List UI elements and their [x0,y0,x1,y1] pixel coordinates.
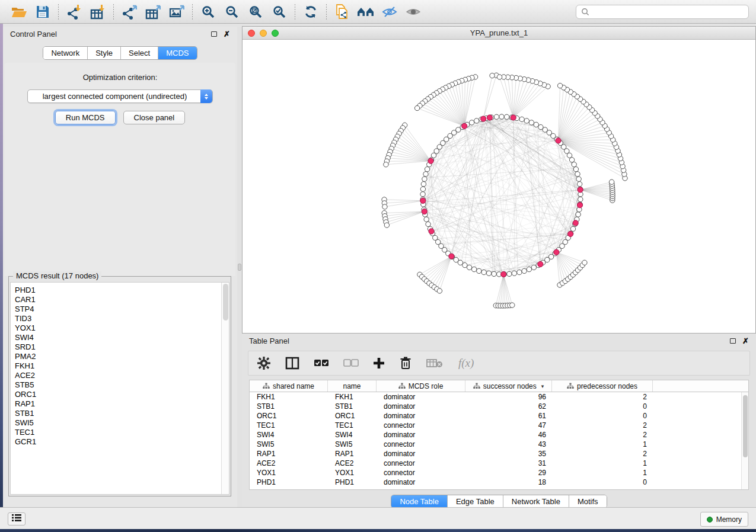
table-row[interactable]: SWI4SWI4dominator462 [250,430,748,440]
tab-style[interactable]: Style [88,47,121,59]
table-cell[interactable]: 35 [465,450,552,458]
tab-motifs[interactable]: Motifs [569,495,607,508]
mcds-result-node[interactable]: GCR1 [11,437,229,447]
table-cell[interactable]: 2 [552,393,653,401]
table-cell[interactable]: connector [377,421,465,430]
column-header-predecessor-nodes[interactable]: predecessor nodes [552,380,653,392]
table-row[interactable]: YOX1YOX1connector291 [250,468,748,477]
export-network-icon[interactable] [117,2,141,21]
table-cell[interactable]: 18 [465,478,552,486]
mcds-list-scrollbar[interactable] [221,283,229,494]
table-cell[interactable]: 96 [465,393,552,401]
memory-button[interactable]: Memory [700,512,748,527]
mcds-result-node[interactable]: STB5 [11,380,229,390]
table-cell[interactable]: 43 [465,440,552,448]
delete-column-icon[interactable] [399,356,412,370]
table-cell[interactable]: 0 [552,412,653,420]
network-canvas[interactable] [243,40,755,333]
table-row[interactable]: RAP1RAP1dominator352 [250,449,748,459]
table-cell[interactable]: TEC1 [328,421,377,430]
tab-node-table[interactable]: Node Table [391,495,448,508]
tab-network[interactable]: Network [43,47,88,59]
tab-edge-table[interactable]: Edge Table [448,495,503,508]
table-cell[interactable]: ACE2 [250,459,328,467]
node-table[interactable]: shared namenameMCDS rolesuccessor nodes▾… [249,380,749,490]
select-all-icon[interactable] [314,359,329,367]
table-cell[interactable]: 31 [465,459,552,467]
network-graph-svg[interactable] [243,40,755,333]
close-panel-button[interactable]: Close panel [123,111,186,124]
zoom-selected-icon[interactable] [267,2,291,21]
table-cell[interactable]: STB1 [250,402,328,411]
table-cell[interactable]: 2 [552,431,653,439]
show-all-icon[interactable] [401,2,425,21]
mcds-result-node[interactable]: SRD1 [11,342,229,352]
table-cell[interactable]: connector [377,440,465,448]
table-cell[interactable]: YOX1 [328,469,377,477]
run-mcds-button[interactable]: Run MCDS [55,111,116,124]
close-panel-icon[interactable]: ✗ [224,30,230,38]
mcds-result-node[interactable]: FKH1 [11,361,229,371]
hide-selected-icon[interactable] [378,2,401,21]
float-panel-icon[interactable] [211,31,217,37]
mcds-result-node[interactable]: SWI5 [11,418,229,428]
mcds-result-node[interactable]: TEC1 [11,428,229,437]
table-cell[interactable]: 29 [465,469,552,477]
table-cell[interactable]: 0 [552,478,653,486]
save-icon[interactable] [31,2,55,21]
table-cell[interactable]: dominator [377,393,465,401]
table-cell[interactable]: 1 [552,469,653,477]
export-table-icon[interactable] [141,2,165,21]
table-row[interactable]: TEC1TEC1connector472 [250,421,748,430]
table-cell[interactable]: PHD1 [328,478,377,486]
table-cell[interactable]: ORC1 [328,412,377,420]
table-cell[interactable]: ACE2 [328,459,377,467]
deselect-all-icon[interactable] [343,359,359,367]
table-cell[interactable]: TEC1 [250,421,328,430]
mcds-scrollbar-thumb[interactable] [223,284,228,321]
column-header-successor-nodes[interactable]: successor nodes▾ [465,380,552,392]
table-mode-icon[interactable] [257,356,271,370]
close-panel-icon[interactable]: ✗ [742,337,749,345]
table-cell[interactable]: dominator [377,402,465,411]
table-cell[interactable]: dominator [377,412,465,420]
table-scrollbar[interactable] [741,392,748,489]
tab-select[interactable]: Select [121,47,158,59]
column-header-shared-name[interactable]: shared name [250,380,328,392]
table-cell[interactable]: SWI5 [328,440,377,448]
open-icon[interactable] [7,2,31,21]
table-row[interactable]: FKH1FKH1dominator962 [250,392,748,402]
table-row[interactable]: SWI5SWI5connector431 [250,440,748,449]
search-box[interactable] [576,5,749,19]
refresh-icon[interactable] [299,2,323,21]
mcds-result-node[interactable]: SWI4 [11,333,229,342]
table-cell[interactable]: 2 [552,421,653,430]
float-panel-icon[interactable] [730,338,736,344]
zoom-in-icon[interactable] [196,2,220,21]
mcds-result-node[interactable]: CAR1 [11,295,229,305]
add-column-icon[interactable] [373,357,385,369]
table-cell[interactable]: 1 [552,459,653,467]
search-input[interactable] [591,8,745,16]
table-row[interactable]: ORC1ORC1dominator610 [250,411,748,421]
table-cell[interactable]: 62 [465,402,552,411]
network-window-titlebar[interactable]: YPA_prune.txt_1 [243,27,755,40]
tab-mcds[interactable]: MCDS [158,47,196,59]
table-cell[interactable]: connector [377,459,465,467]
table-cell[interactable]: ORC1 [250,412,328,420]
mcds-result-node[interactable]: TID3 [11,314,229,323]
show-columns-icon[interactable] [285,357,299,370]
table-cell[interactable]: 46 [465,431,552,439]
mcds-result-node[interactable]: STP4 [11,305,229,314]
mcds-result-node[interactable]: YOX1 [11,323,229,333]
table-cell[interactable]: YOX1 [250,469,328,477]
clone-network-icon[interactable] [330,2,354,21]
mcds-result-node[interactable]: PMA2 [11,352,229,361]
mcds-result-node[interactable]: ORC1 [11,390,229,399]
column-header-name[interactable]: name [328,380,377,392]
mcds-result-list[interactable]: PHD1CAR1STP4TID3YOX1SWI4SRD1PMA2FKH1ACE2… [10,282,229,495]
table-cell[interactable]: FKH1 [250,393,328,401]
mcds-result-node[interactable]: PHD1 [11,286,229,295]
table-cell[interactable]: STB1 [328,402,377,411]
column-header-MCDS-role[interactable]: MCDS role [377,380,465,392]
